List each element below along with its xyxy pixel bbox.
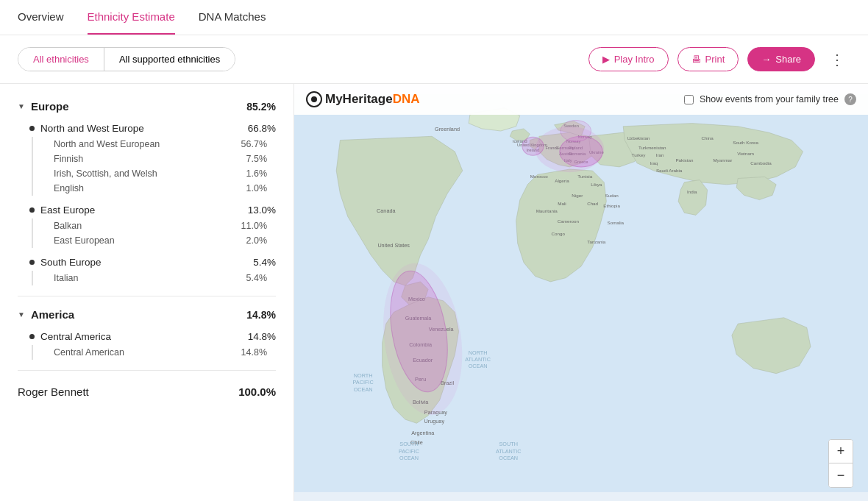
svg-text:Niger: Niger — [572, 193, 583, 199]
svg-text:Turkmenistan: Turkmenistan — [638, 145, 666, 150]
svg-point-72 — [561, 120, 591, 141]
svg-text:Vietnam: Vietnam — [737, 151, 754, 156]
main-content: ▼ Europe 85.2% North and West Europe 66.… — [0, 84, 868, 501]
svg-text:OCEAN: OCEAN — [354, 386, 373, 393]
filter-bar: All ethnicities All supported ethnicitie… — [0, 35, 868, 84]
svg-text:Turkey: Turkey — [632, 152, 647, 157]
svg-text:ATLANTIC: ATLANTIC — [465, 356, 491, 363]
svg-text:SOUTH: SOUTH — [499, 441, 517, 448]
dot-icon — [29, 126, 35, 131]
svg-text:Somalia: Somalia — [608, 220, 625, 225]
show-events-checkbox[interactable] — [684, 95, 694, 104]
europe-chevron-icon: ▼ — [18, 102, 25, 110]
svg-text:Iran: Iran — [656, 152, 664, 157]
nav-dna-matches[interactable]: DNA Matches — [199, 0, 266, 35]
play-icon: ▶ — [602, 54, 610, 65]
filter-all-ethnicities[interactable]: All ethnicities — [18, 48, 104, 71]
list-item: East European 2.0% — [45, 233, 276, 248]
svg-text:Pakistan: Pakistan — [675, 157, 693, 163]
list-item: Balkan 11.0% — [45, 218, 276, 233]
america-section-header[interactable]: ▼ America 14.8% — [0, 304, 294, 325]
svg-text:Tanzania: Tanzania — [587, 239, 605, 244]
divider — [18, 370, 276, 371]
america-chevron-icon: ▼ — [18, 310, 25, 319]
svg-text:OCEAN: OCEAN — [469, 363, 488, 369]
central-america-subsection: Central America 14.8% Central American 1… — [0, 325, 294, 363]
south-europe-label: South Europe — [40, 257, 102, 268]
map-header: MyHeritageDNA Show events from your fami… — [294, 84, 868, 115]
total-row: Roger Bennett 100.0% — [0, 378, 294, 405]
svg-text:Chile: Chile — [410, 439, 423, 446]
svg-text:India: India — [687, 189, 697, 194]
svg-text:NORTH: NORTH — [354, 372, 373, 379]
svg-text:Uruguay: Uruguay — [424, 418, 445, 424]
svg-text:NORTH: NORTH — [469, 349, 488, 356]
east-europe-items: Balkan 11.0% East European 2.0% — [32, 218, 276, 248]
filter-all-supported[interactable]: All supported ethnicities — [104, 48, 235, 71]
total-pct: 100.0% — [238, 385, 276, 398]
share-button[interactable]: → Share — [747, 47, 815, 71]
logo-circle-icon — [306, 91, 322, 107]
north-west-europe-subsection: North and West Europe 66.8% North and We… — [0, 117, 294, 199]
help-icon[interactable]: ? — [844, 93, 856, 105]
zoom-in-button[interactable]: + — [829, 440, 853, 463]
filter-toggle: All ethnicities All supported ethnicitie… — [18, 47, 235, 71]
svg-text:PACIFIC: PACIFIC — [399, 448, 419, 455]
map-panel: MyHeritageDNA Show events from your fami… — [294, 84, 868, 501]
print-button[interactable]: 🖶 Print — [677, 47, 739, 71]
list-item: Irish, Scottish, and Welsh 1.6% — [45, 166, 276, 181]
list-item: North and West European 56.7% — [45, 137, 276, 152]
svg-text:ATLANTIC: ATLANTIC — [496, 448, 522, 455]
america-label: America — [31, 308, 74, 321]
south-europe-pct: 5.4% — [253, 257, 276, 268]
show-events-control: Show events from your family tree ? — [684, 93, 856, 105]
svg-text:Tunisia: Tunisia — [577, 174, 592, 180]
central-america-pct: 14.8% — [248, 331, 276, 342]
more-options-button[interactable]: ⋮ — [824, 48, 850, 71]
list-item: Italian 5.4% — [45, 271, 276, 285]
action-buttons: ▶ Play Intro 🖶 Print → Share ⋮ — [588, 47, 850, 71]
america-pct: 14.8% — [246, 309, 276, 321]
svg-text:OCEAN: OCEAN — [499, 455, 518, 461]
play-intro-button[interactable]: ▶ Play Intro — [588, 47, 669, 71]
nav-overview[interactable]: Overview — [18, 0, 64, 35]
zoom-out-button[interactable]: − — [829, 463, 853, 487]
svg-text:Congo: Congo — [552, 232, 566, 237]
svg-text:PACIFIC: PACIFIC — [353, 379, 374, 385]
svg-text:Iraq: Iraq — [650, 160, 658, 166]
svg-text:Ethiopia: Ethiopia — [603, 203, 620, 208]
svg-text:South Korea: South Korea — [733, 140, 758, 145]
east-europe-label: East Europe — [40, 205, 95, 216]
europe-label: Europe — [31, 100, 69, 113]
svg-text:OCEAN: OCEAN — [399, 455, 419, 461]
europe-section-header[interactable]: ▼ Europe 85.2% — [0, 96, 294, 117]
svg-text:Greenland: Greenland — [435, 126, 460, 132]
nav-ethnicity-estimate[interactable]: Ethnicity Estimate — [88, 0, 175, 35]
nw-europe-pct: 66.8% — [248, 123, 276, 134]
europe-pct: 85.2% — [246, 101, 276, 113]
nw-europe-label: North and West Europe — [40, 123, 144, 134]
central-america-items: Central American 14.8% — [32, 345, 276, 360]
logo-text: MyHeritage — [325, 92, 393, 107]
svg-text:Chad: Chad — [587, 201, 598, 206]
svg-text:Uzbekistan: Uzbekistan — [627, 136, 650, 141]
top-navigation: Overview Ethnicity Estimate DNA Matches — [0, 0, 868, 35]
svg-text:Mauritania: Mauritania — [536, 208, 558, 213]
logo-dna-text: DNA — [393, 92, 420, 107]
svg-text:Argentina: Argentina — [411, 430, 435, 436]
east-europe-subsection: East Europe 13.0% Balkan 11.0% East Euro… — [0, 199, 294, 251]
ethnicity-list: ▼ Europe 85.2% North and West Europe 66.… — [0, 84, 294, 501]
world-map: NORTH PACIFIC OCEAN NORTH ATLANTIC OCEAN… — [294, 84, 868, 501]
svg-text:Myanmar: Myanmar — [713, 157, 732, 163]
svg-text:Mali: Mali — [558, 201, 566, 206]
east-europe-pct: 13.0% — [248, 205, 276, 216]
nw-europe-items: North and West European 56.7% Finnish 7.… — [32, 137, 276, 196]
zoom-controls: + − — [828, 439, 853, 488]
show-events-label: Show events from your family tree — [700, 94, 839, 104]
svg-text:Algeria: Algeria — [555, 178, 569, 183]
print-icon: 🖶 — [691, 54, 701, 65]
dot-icon — [29, 207, 35, 213]
myheritage-logo: MyHeritageDNA — [306, 91, 419, 107]
svg-text:China: China — [701, 136, 714, 141]
total-person-name: Roger Bennett — [18, 385, 89, 398]
